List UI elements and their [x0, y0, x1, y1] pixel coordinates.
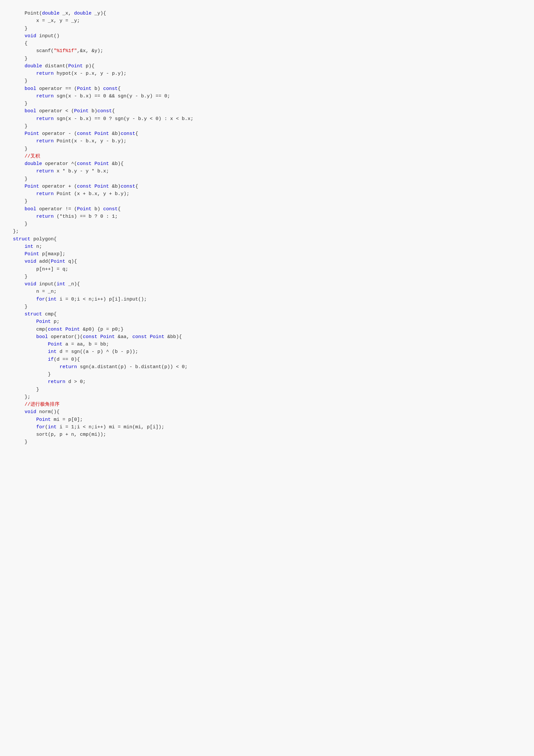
- code-container: Point(double _x, double _y){ x = _x, y =…: [0, 0, 534, 756]
- code-block: Point(double _x, double _y){ x = _x, y =…: [13, 10, 521, 446]
